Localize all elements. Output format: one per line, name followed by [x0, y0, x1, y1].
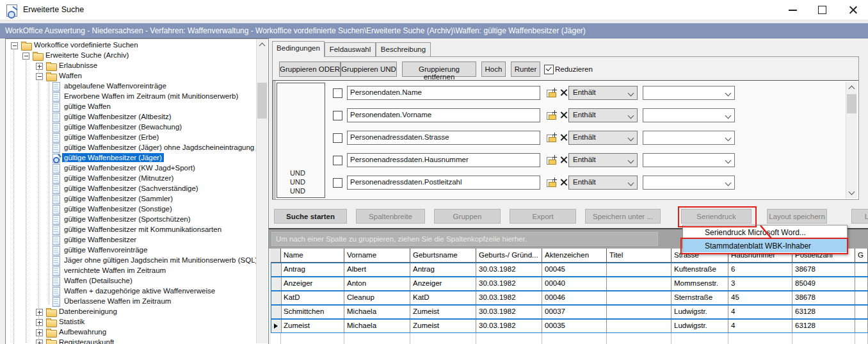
runter-button[interactable]: Runter: [511, 61, 540, 77]
tree-item-label[interactable]: gültige Waffenbesitzer (Jäger): [62, 153, 164, 162]
column-header[interactable]: Vorname: [344, 249, 410, 263]
tree-item-label[interactable]: gültige Waffenbesitzer (Sportschützen): [62, 215, 193, 224]
tree-item-label[interactable]: gültige Waffenbesitzer (Sachverständige): [62, 184, 200, 193]
operator-select[interactable]: Enthält: [568, 108, 638, 122]
tree-scrollbar-thumb[interactable]: [257, 83, 267, 119]
row-selector[interactable]: [271, 320, 282, 332]
condition-checkbox[interactable]: [333, 178, 342, 188]
gruppen-button[interactable]: Gruppen: [434, 209, 501, 224]
condition-checkbox[interactable]: [333, 111, 342, 120]
tree-item[interactable]: gültige Waffenbesitzer (Jäger) ohne Jagd…: [6, 143, 268, 153]
tree-item[interactable]: Workoffice vordefinierte Suchen: [6, 40, 268, 51]
add-field-icon[interactable]: [547, 177, 557, 187]
operator-select[interactable]: Enthält: [568, 86, 638, 100]
tree-expander-plus-icon[interactable]: [36, 340, 43, 344]
tree-item[interactable]: Registerauskunft: [6, 338, 268, 344]
scroll-up-icon[interactable]: [846, 82, 857, 93]
tree-item-label[interactable]: gültige Waffenbesitzer (Sammler): [62, 194, 175, 203]
operator-select[interactable]: Enthält: [568, 153, 638, 167]
menu-item-stammdatenblatt-wbk-inhaber[interactable]: Stammdatenblatt WBK-Inhaber: [683, 239, 847, 252]
tree-item[interactable]: gültige Waffenbesitzer (Mitnutzer): [6, 174, 268, 184]
tree-item-label[interactable]: Waffen + dazugehörige aktive Waffenverwe…: [62, 286, 217, 295]
tree-expander-plus-icon[interactable]: [36, 309, 43, 316]
add-field-icon[interactable]: [547, 155, 557, 165]
tree-item[interactable]: gültige Waffenbesitzer (Erbe): [6, 133, 268, 143]
column-header[interactable]: Titel: [607, 249, 671, 263]
tree-item[interactable]: gültige Waffenbesitzer (Jäger): [6, 153, 268, 163]
value-select[interactable]: [643, 176, 735, 190]
value-select[interactable]: [643, 153, 735, 167]
spaltenbreite-button[interactable]: Spaltenbreite: [356, 209, 425, 224]
remove-field-icon[interactable]: [559, 178, 568, 186]
tree-item[interactable]: gültige Waffenbesitzer (Sammler): [6, 194, 268, 204]
tree-item[interactable]: gültige Waffen: [6, 102, 268, 112]
tree-item[interactable]: gültige Waffenbesitzer (Bewachung): [6, 122, 268, 133]
tree-item[interactable]: Statistik: [6, 317, 268, 327]
tree-item[interactable]: gültige Waffenbesitzer (KW Jagd+Sport): [6, 163, 268, 174]
tree-item-label[interactable]: abgelaufene Waffenvoreinträge: [62, 81, 168, 90]
tree-item-label[interactable]: Waffen: [57, 71, 84, 80]
tree-item[interactable]: gültige Waffenvoreinträge: [6, 245, 268, 256]
value-select[interactable]: [643, 86, 735, 100]
tree-item-label[interactable]: gültige Waffenbesitzer: [62, 235, 138, 244]
row-selector[interactable]: [271, 291, 282, 304]
tree-item-label[interactable]: gültige Waffen: [62, 102, 113, 111]
table-row[interactable]: AnzeigerAntonAnzeiger30.03.198200040Momm…: [271, 277, 868, 291]
tree-item[interactable]: gültige Waffenbesitzer (Sonstige): [6, 204, 268, 215]
layout-speichern-button[interactable]: Layout speichern: [767, 209, 827, 224]
condition-field-input[interactable]: Personenadressdaten.Postleitzahl: [347, 176, 540, 190]
maximize-button[interactable]: [812, 0, 833, 19]
tree-item-label[interactable]: Datenbereinigung: [57, 307, 119, 316]
tree-expander-minus-icon[interactable]: [36, 73, 43, 80]
tree-item[interactable]: gültige Waffenbesitzer: [6, 235, 268, 245]
tab-beschreibung[interactable]: Beschreibung: [376, 42, 431, 57]
tab-feldauswahl[interactable]: Feldauswahl: [325, 42, 376, 57]
close-button[interactable]: [842, 0, 864, 19]
suche-starten-button[interactable]: Suche starten: [274, 209, 347, 224]
tree-item[interactable]: Erlaubnisse: [6, 61, 268, 71]
tree-item-label[interactable]: gültige Waffenbesitzer (Mitnutzer): [62, 174, 175, 183]
tree-item-label[interactable]: gültige Waffenbesitzer (Sonstige): [62, 204, 174, 213]
condition-field-input[interactable]: Personendaten.Name: [347, 86, 540, 100]
gruppieren-oder-button[interactable]: Gruppieren ODER: [279, 61, 341, 77]
seriendruck-button[interactable]: Seriendruck: [681, 209, 751, 224]
operator-select[interactable]: Enthält: [568, 176, 638, 190]
gruppierung-entfernen-button[interactable]: Gruppierung entfernen: [402, 61, 476, 77]
tree-scrollbar[interactable]: [256, 39, 268, 343]
tree-item[interactable]: gültige Waffenbesitzer (Altbesitz): [6, 112, 268, 122]
scroll-up-icon[interactable]: [257, 39, 268, 50]
add-field-icon[interactable]: [547, 88, 557, 97]
row-selector[interactable]: [271, 306, 282, 318]
tree-item[interactable]: Überlassene Waffen im Zeitraum: [6, 297, 268, 307]
tree-item[interactable]: Datenbereinigung: [6, 307, 268, 317]
tree-item-label[interactable]: gültige Waffenvoreinträge: [62, 245, 149, 254]
tree-item-label[interactable]: gültige Waffenbesitzer (KW Jagd+Sport): [62, 163, 197, 172]
tree-item[interactable]: Jäger ohne gültigen Jagdschein mit Munit…: [6, 256, 268, 266]
tree-item-label[interactable]: Aufbewahrung: [57, 327, 108, 336]
hoch-button[interactable]: Hoch: [481, 61, 506, 77]
tree-item[interactable]: gültige Waffenbesitzer (Sachverständige): [6, 184, 268, 194]
tree-item[interactable]: Waffen + dazugehörige aktive Waffenverwe…: [6, 286, 268, 297]
menu-item-seriendruck-word[interactable]: Seriendruck Microsoft Word...: [683, 225, 847, 239]
tree-item[interactable]: Erweiterte Suche (Archiv): [6, 51, 268, 61]
remove-field-icon[interactable]: [559, 88, 568, 97]
table-row[interactable]: ZumeistMichaelaZumeist30.03.198200035Lud…: [271, 319, 868, 333]
tree-item[interactable]: vernichtete Waffen im Zeitraum: [6, 266, 268, 276]
column-header[interactable]: Geburtsname: [410, 249, 476, 263]
speichern-unter-button[interactable]: Speichern unter ...: [585, 209, 661, 224]
value-select[interactable]: [643, 131, 735, 145]
column-header[interactable]: Aktenzeichen: [542, 249, 607, 263]
column-header[interactable]: G: [855, 249, 868, 263]
tree-item-label[interactable]: gültige Waffenbesitzer (Bewachung): [62, 122, 184, 131]
tree-item-label[interactable]: Workoffice vordefinierte Suchen: [32, 40, 140, 49]
tree-item[interactable]: gültige Waffenbesitzer mit Kommunikation…: [6, 225, 268, 235]
add-field-icon[interactable]: [547, 133, 557, 142]
conditions-scrollbar[interactable]: [846, 82, 857, 198]
tree-item-label[interactable]: Registerauskunft: [57, 338, 116, 344]
condition-field-input[interactable]: Personenadressdaten.Hausnummer: [347, 153, 540, 167]
condition-field-input[interactable]: Personendaten.Vorname: [347, 108, 540, 122]
tree-item[interactable]: Aufbewahrung: [6, 327, 268, 338]
column-header[interactable]: Name: [281, 249, 344, 263]
tree-item-label[interactable]: gültige Waffenbesitzer mit Kommunikation…: [62, 225, 223, 234]
tree-expander-plus-icon[interactable]: [36, 63, 43, 70]
